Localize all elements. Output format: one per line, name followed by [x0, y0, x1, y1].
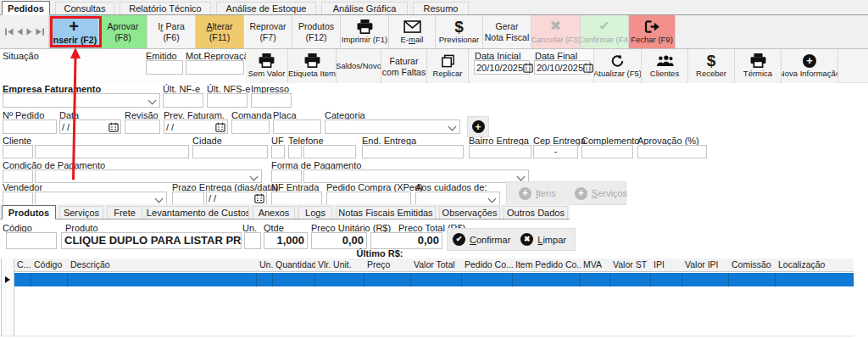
data-field[interactable]: / /: [59, 119, 121, 134]
tab-logs[interactable]: Logs: [298, 206, 332, 219]
tab-observacoes[interactable]: Observações: [439, 206, 500, 219]
saldos-novo-button[interactable]: Saldos/Novo: [337, 49, 381, 83]
nf-entrada-input[interactable]: [271, 192, 322, 205]
tab-pedidos[interactable]: Pedidos: [2, 1, 50, 15]
etiqueta-item-button[interactable]: Etiqueta Item: [288, 49, 337, 83]
uf-input[interactable]: [271, 145, 285, 158]
pedido-compra-input[interactable]: [326, 192, 411, 205]
grid-header-cell[interactable]: Descrição: [68, 258, 257, 271]
grid-header-cell[interactable]: Valor Total: [411, 258, 462, 271]
grid-header-cell[interactable]: Vlr. Unit.: [315, 258, 364, 271]
grid-header-cell[interactable]: Localização: [776, 258, 854, 271]
bairro-entrega-input[interactable]: [469, 145, 531, 158]
tab-servicos[interactable]: Serviços: [59, 206, 103, 219]
impresso-input[interactable]: [251, 93, 292, 108]
grid-selected-row[interactable]: [14, 273, 854, 286]
calendar-icon[interactable]: [215, 122, 225, 132]
confirmar-button[interactable]: ✔ Confirmar (F4): [581, 15, 629, 48]
grid-header-cell[interactable]: Un.: [257, 258, 273, 271]
revisao-input[interactable]: [125, 119, 160, 134]
nav-first-icon[interactable]: [5, 28, 14, 36]
cliente-nome-input[interactable]: [35, 145, 189, 158]
tab-outros-dados[interactable]: Outros Dados: [504, 206, 568, 219]
replicar-button[interactable]: Replicar: [427, 49, 469, 83]
condicao-pagamento-codigo-input[interactable]: [3, 170, 33, 183]
tab-levantamento-de-custos[interactable]: Levantamento de Custos: [146, 206, 249, 219]
ir-para-button[interactable]: Ir Para (F6): [147, 15, 196, 48]
prazo-entrega-data-field[interactable]: / /: [206, 192, 267, 205]
grid-header-cell[interactable]: IPI: [651, 258, 682, 271]
faturar-com-faltas-button[interactable]: Faturar com Faltas: [381, 49, 427, 83]
tab-frete[interactable]: Frete: [107, 206, 142, 219]
vendedor-codigo-input[interactable]: [3, 192, 33, 205]
termica-button[interactable]: Térmica: [735, 49, 782, 83]
categoria-select[interactable]: [325, 119, 460, 134]
nav-previous-icon[interactable]: [17, 28, 23, 36]
tab-produtos[interactable]: Produtos: [2, 205, 56, 220]
atualizar-button[interactable]: Atualizar (F5): [594, 49, 642, 83]
sem-valor-button[interactable]: Sem Valor: [246, 49, 288, 83]
grid-header-cell[interactable]: MVA: [581, 258, 610, 271]
nav-next-icon[interactable]: [26, 28, 32, 36]
forma-pagamento-codigo-input[interactable]: [271, 170, 302, 183]
qtde-input[interactable]: 1,000: [264, 232, 308, 249]
tab-resumo[interactable]: Resumo: [413, 2, 469, 14]
imprimir-button[interactable]: Imprimir (F1): [341, 15, 389, 48]
receber-button[interactable]: $ Receber: [688, 49, 735, 83]
aprovar-button[interactable]: Aprovar (F8): [99, 15, 147, 48]
gerar-nota-fiscal-button[interactable]: Gerar Nota Fiscal: [483, 15, 531, 48]
forma-pagamento-select[interactable]: [303, 170, 529, 183]
calendar-icon[interactable]: [583, 63, 593, 73]
cancelar-button[interactable]: ✖ Cancelar (F3): [531, 15, 581, 48]
fechar-button[interactable]: Fechar (F9): [629, 15, 676, 48]
condicao-pagamento-select[interactable]: [35, 170, 262, 183]
comanda-input[interactable]: [231, 119, 270, 134]
reprovar-button[interactable]: Reprovar (F7): [244, 15, 292, 48]
un-input[interactable]: [244, 232, 261, 249]
codigo-input[interactable]: [6, 232, 57, 249]
add-categoria-button[interactable]: +: [467, 116, 489, 137]
tab-relatorio-tecnico[interactable]: Relatório Técnico: [120, 2, 211, 14]
tab-anexos[interactable]: Anexos: [253, 206, 295, 219]
prazo-entrega-dias-input[interactable]: [172, 192, 204, 205]
nav-last-icon[interactable]: [36, 28, 44, 36]
limpar-button[interactable]: ✖ Limpar: [520, 233, 566, 246]
telefone-numero-input[interactable]: [303, 145, 356, 158]
preco-unitario-input[interactable]: 0,00: [311, 232, 367, 249]
tab-notas-fiscais-emitidas[interactable]: Notas Fiscais Emitidas: [336, 206, 436, 219]
grid-header-cell[interactable]: Preço: [364, 258, 411, 271]
placa-input[interactable]: [273, 119, 321, 134]
telefone-ddd-input[interactable]: [288, 145, 302, 158]
data-final-field[interactable]: 20/10/2025: [534, 60, 590, 75]
tab-consultas[interactable]: Consultas: [55, 2, 114, 14]
prev-faturam-field[interactable]: / /: [164, 119, 228, 134]
grid-header-cell[interactable]: Quantidade: [273, 258, 315, 271]
cidade-input[interactable]: [192, 145, 268, 158]
grid-header-cell[interactable]: Item Pedido Co...: [513, 258, 581, 271]
alterar-button[interactable]: Alterar (F11): [196, 15, 244, 48]
produtos-button[interactable]: Produtos (F12): [292, 15, 341, 48]
cliente-codigo-input[interactable]: [3, 145, 33, 158]
ult-nfe-input[interactable]: [163, 93, 203, 108]
complemento-input[interactable]: [581, 145, 633, 158]
calendar-icon[interactable]: [523, 63, 533, 73]
email-button[interactable]: E-mail: [389, 15, 436, 48]
servicos-button[interactable]: + Serviços: [575, 187, 627, 200]
tab-analise-grafica[interactable]: Análise Gráfica: [321, 2, 408, 14]
data-inicial-field[interactable]: 20/10/2025: [474, 60, 530, 75]
grid-header-cell[interactable]: Pedido Co...: [462, 258, 513, 271]
grid-header-cell[interactable]: C...: [14, 258, 31, 271]
grid-header-cell[interactable]: Código: [31, 258, 68, 271]
grid-header-cell[interactable]: Valor IPI: [682, 258, 729, 271]
cep-entrega-input[interactable]: -: [533, 145, 578, 158]
empresa-faturamento-select[interactable]: [3, 93, 160, 108]
itens-button[interactable]: + Itens: [519, 187, 556, 200]
tab-analise-de-estoque[interactable]: Análise de Estoque: [216, 2, 316, 14]
vendedor-select[interactable]: [35, 192, 167, 205]
preco-total-input[interactable]: 0,00: [370, 232, 442, 249]
grid-header-cell[interactable]: Comissão: [729, 258, 776, 271]
previsionar-button[interactable]: $ Previsionar: [436, 15, 483, 48]
calendar-icon[interactable]: [108, 122, 119, 132]
nova-informacao-button[interactable]: + Nova Informação: [782, 49, 838, 83]
clientes-button[interactable]: Clientes: [642, 49, 688, 83]
